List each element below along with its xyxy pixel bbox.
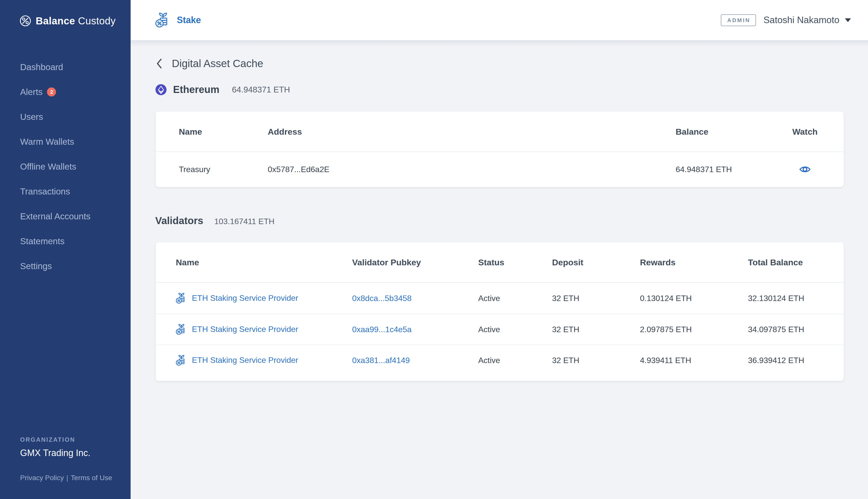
col-header-watch: Watch [773,126,836,136]
brand-name: Balance Custody [36,15,116,27]
organization-label: ORGANIZATION [20,436,75,443]
alerts-count-badge: 2 [47,87,56,97]
validator-total-balance: 36.939412 ETH [748,355,804,365]
asset-summary: Ethereum 64.948371 ETH [156,84,290,95]
back-button[interactable] [155,58,163,69]
sidebar-item-offline-wallets[interactable]: Offline Wallets [20,154,123,179]
col-header-deposit: Deposit [552,257,583,267]
watch-eye-icon[interactable] [799,165,811,173]
sidebar-footer: Privacy Policy|Terms of Use [20,474,112,482]
sidebar: Balance Custody Dashboard Alerts 2 Users… [0,0,131,499]
wallet-table-card: Name Address Balance Watch Treasury 0x57… [156,112,844,187]
asset-balance: 64.948371 ETH [232,85,290,95]
footer-separator: | [66,474,68,482]
validator-rewards: 0.130124 ETH [640,293,692,303]
user-menu[interactable]: Satoshi Nakamoto [764,15,851,25]
validator-total-balance: 34.097875 ETH [748,325,804,334]
watch-cell [773,165,836,173]
validator-total-balance: 32.130124 ETH [748,293,804,303]
stake-label: Stake [177,15,201,25]
validators-title: Validators [155,215,203,227]
validator-row: ETH Staking Service Provider 0xaa99...1c… [156,314,844,344]
validator-name-cell: ETH Staking Service Provider [176,292,298,304]
col-header-name: Name [179,126,202,136]
validator-status: Active [478,355,500,365]
validator-pubkey-link[interactable]: 0xa381...af4149 [352,355,410,365]
ethereum-icon [156,84,166,95]
top-bar: Stake ADMIN Satoshi Nakamoto [131,0,868,40]
validators-table-card: Name Validator Pubkey Status Deposit Rew… [156,242,844,381]
sidebar-nav: Dashboard Alerts 2 Users Warm Wallets Of… [20,54,123,278]
validator-provider-link[interactable]: ETH Staking Service Provider [192,355,298,365]
col-header-status: Status [478,257,504,267]
validators-table-header: Name Validator Pubkey Status Deposit Rew… [156,242,844,283]
page-title: Digital Asset Cache [172,58,263,70]
validator-deposit: 32 ETH [552,355,579,365]
sidebar-item-alerts[interactable]: Alerts 2 [20,80,123,104]
user-name: Satoshi Nakamoto [764,15,839,25]
validator-status: Active [478,325,500,334]
validator-provider-link[interactable]: ETH Staking Service Provider [192,293,298,303]
wallet-table-header: Name Address Balance Watch [156,112,844,152]
top-bar-right: ADMIN Satoshi Nakamoto [721,14,851,26]
sidebar-item-dashboard[interactable]: Dashboard [20,54,123,80]
asset-name: Ethereum [173,84,220,95]
stake-icon [155,12,171,28]
chevron-down-icon [845,19,851,22]
wallet-balance: 64.948371 ETH [675,165,732,174]
validator-pubkey-link[interactable]: 0xaa99...1c4e5a [352,325,412,334]
role-badge: ADMIN [721,14,756,26]
validator-provider-link[interactable]: ETH Staking Service Provider [192,325,298,334]
col-header-name: Name [176,257,199,267]
sidebar-item-warm-wallets[interactable]: Warm Wallets [20,129,123,154]
validators-header: Validators 103.167411 ETH [155,215,274,227]
stake-icon [176,292,187,304]
validator-rewards: 2.097875 ETH [640,325,692,334]
col-header-pubkey: Validator Pubkey [352,257,421,267]
stake-icon [176,354,187,366]
organization-name: GMX Trading Inc. [20,448,90,458]
wallet-name: Treasury [179,165,210,174]
col-header-address: Address [268,126,302,136]
page-header: Digital Asset Cache [155,56,263,71]
sidebar-item-users[interactable]: Users [20,104,123,129]
col-header-rewards: Rewards [640,257,675,267]
validator-pubkey-link[interactable]: 0x8dca...5b3458 [352,293,412,303]
validator-status: Active [478,293,500,303]
wallet-address: 0x5787...Ed6a2E [268,165,330,174]
stake-icon [176,324,187,335]
table-row: Treasury 0x5787...Ed6a2E 64.948371 ETH [156,152,844,186]
sidebar-item-statements[interactable]: Statements [20,229,123,254]
balance-percent-logo-icon [20,15,31,27]
validators-total-balance: 103.167411 ETH [214,217,274,226]
col-header-total-balance: Total Balance [748,257,803,267]
chevron-left-icon [155,58,163,69]
validator-name-cell: ETH Staking Service Provider [176,324,298,335]
validator-row: ETH Staking Service Provider 0xa381...af… [156,344,844,375]
col-header-balance: Balance [675,126,708,136]
sidebar-item-settings[interactable]: Settings [20,254,123,278]
sidebar-item-external-accounts[interactable]: External Accounts [20,204,123,229]
terms-of-use-link[interactable]: Terms of Use [71,474,112,482]
sidebar-item-transactions[interactable]: Transactions [20,179,123,204]
brand-logo: Balance Custody [20,15,116,27]
stake-button[interactable]: Stake [155,12,201,28]
validator-name-cell: ETH Staking Service Provider [176,354,298,366]
validator-deposit: 32 ETH [552,293,579,303]
privacy-policy-link[interactable]: Privacy Policy [20,474,64,482]
validator-row: ETH Staking Service Provider 0x8dca...5b… [156,283,844,314]
main-content: Digital Asset Cache Ethereum 64.948371 E… [131,40,868,499]
validator-deposit: 32 ETH [552,325,579,334]
validator-rewards: 4.939411 ETH [640,355,691,365]
